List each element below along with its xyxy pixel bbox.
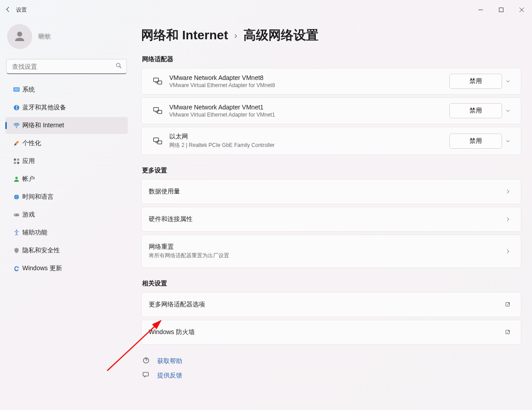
svg-point-10	[15, 177, 17, 179]
svg-rect-24	[143, 372, 148, 376]
row-title: 网络重置	[149, 243, 229, 251]
adapter-title: VMware Network Adapter VMnet8	[169, 74, 445, 81]
window-close-button[interactable]	[511, 0, 532, 20]
sidebar-item-label: 网络和 Internet	[22, 121, 64, 130]
gamepad-icon	[11, 211, 22, 218]
sidebar: 晓钦 系统 蓝牙和其他设备 网络和 Internet	[0, 20, 133, 410]
row-title: 数据使用量	[149, 188, 180, 196]
sidebar-item-gaming[interactable]: 游戏	[5, 206, 128, 223]
svg-point-1	[117, 63, 120, 67]
breadcrumb: 网络和 Internet › 高级网络设置	[141, 27, 521, 44]
row-title: Windows 防火墙	[149, 328, 195, 336]
get-help-link[interactable]: 获取帮助	[157, 357, 182, 365]
avatar	[7, 24, 32, 49]
row-hardware-props[interactable]: 硬件和连接属性	[141, 207, 521, 232]
row-windows-firewall[interactable]: Windows 防火墙	[141, 320, 521, 345]
section-related-title: 相关设置	[142, 280, 521, 288]
sidebar-item-label: 系统	[22, 86, 35, 94]
sidebar-item-update[interactable]: Windows 更新	[5, 260, 128, 277]
apps-icon	[11, 158, 22, 165]
sidebar-item-privacy[interactable]: 隐私和安全性	[5, 242, 128, 259]
window-title: 设置	[16, 6, 27, 14]
adapter-row[interactable]: 以太网 网络 2 | Realtek PCIe GbE Family Contr…	[141, 127, 521, 155]
network-adapter-icon	[149, 136, 167, 146]
system-icon	[11, 86, 22, 93]
chevron-right-icon	[502, 188, 514, 195]
wifi-icon	[11, 122, 22, 129]
sidebar-item-network[interactable]: 网络和 Internet	[5, 117, 128, 134]
svg-point-14	[16, 230, 17, 231]
sidebar-item-label: 辅助功能	[22, 229, 47, 237]
user-name: 晓钦	[38, 33, 51, 41]
section-more-title: 更多设置	[142, 167, 521, 175]
sidebar-item-label: Windows 更新	[22, 264, 62, 272]
sidebar-item-label: 游戏	[22, 211, 35, 219]
sidebar-item-apps[interactable]: 应用	[5, 153, 128, 170]
globe-icon	[11, 193, 22, 201]
content-area: 网络和 Internet › 高级网络设置 网络适配器 VMware Netwo…	[133, 20, 532, 410]
brush-icon	[11, 140, 22, 147]
adapter-row[interactable]: VMware Network Adapter VMnet1 VMware Vir…	[141, 97, 521, 124]
svg-point-13	[17, 214, 18, 215]
row-data-usage[interactable]: 数据使用量	[141, 179, 521, 204]
svg-rect-3	[14, 88, 19, 91]
window-minimize-button[interactable]	[470, 0, 491, 20]
search-input[interactable]	[6, 59, 127, 74]
help-row-get-help: 获取帮助	[141, 354, 521, 368]
accessibility-icon	[11, 229, 22, 236]
back-button[interactable]	[0, 6, 16, 14]
breadcrumb-parent[interactable]: 网络和 Internet	[141, 27, 228, 44]
svg-rect-22	[506, 330, 509, 334]
sidebar-item-label: 帐户	[22, 175, 35, 183]
network-adapter-icon	[149, 106, 167, 116]
chevron-right-icon	[502, 216, 514, 222]
chevron-down-icon[interactable]	[502, 108, 514, 114]
sidebar-item-system[interactable]: 系统	[5, 81, 128, 98]
disable-button[interactable]: 禁用	[449, 74, 502, 89]
section-adapters-title: 网络适配器	[142, 55, 521, 63]
row-network-reset[interactable]: 网络重置 将所有网络适配器重置为出厂设置	[141, 234, 521, 268]
adapter-subtitle: VMware Virtual Ethernet Adapter for VMne…	[169, 82, 445, 88]
feedback-link[interactable]: 提供反馈	[157, 372, 182, 380]
network-adapter-icon	[149, 76, 167, 86]
sidebar-item-time[interactable]: 时间和语言	[5, 188, 128, 205]
chevron-down-icon[interactable]	[502, 78, 514, 84]
open-external-icon	[502, 301, 514, 308]
sidebar-item-label: 蓝牙和其他设备	[22, 104, 66, 112]
sidebar-item-label: 个性化	[22, 139, 41, 147]
adapter-title: VMware Network Adapter VMnet1	[169, 104, 445, 111]
search-box[interactable]	[6, 59, 127, 74]
disable-button[interactable]: 禁用	[449, 103, 502, 118]
sidebar-item-accounts[interactable]: 帐户	[5, 171, 128, 188]
sidebar-item-accessibility[interactable]: 辅助功能	[5, 224, 128, 241]
title-bar: 设置	[0, 0, 532, 20]
sidebar-item-personalize[interactable]: 个性化	[5, 135, 128, 152]
svg-rect-21	[506, 302, 509, 306]
search-icon	[115, 62, 122, 71]
sidebar-item-bluetooth[interactable]: 蓝牙和其他设备	[5, 99, 128, 116]
svg-rect-9	[17, 162, 19, 164]
adapter-subtitle: 网络 2 | Realtek PCIe GbE Family Controlle…	[169, 142, 445, 149]
bluetooth-icon	[11, 104, 22, 111]
sidebar-item-label: 应用	[22, 157, 35, 165]
window-maximize-button[interactable]	[491, 0, 511, 20]
person-icon	[11, 176, 22, 183]
chevron-down-icon[interactable]	[502, 138, 514, 144]
adapter-row[interactable]: VMware Network Adapter VMnet8 VMware Vir…	[141, 68, 521, 95]
row-subtitle: 将所有网络适配器重置为出厂设置	[149, 252, 229, 259]
row-more-adapter-options[interactable]: 更多网络适配器选项	[141, 292, 521, 317]
open-external-icon	[502, 329, 514, 335]
sidebar-item-label: 隐私和安全性	[22, 247, 60, 255]
svg-point-5	[16, 127, 17, 128]
sidebar-item-label: 时间和语言	[22, 193, 54, 201]
help-icon	[142, 356, 150, 366]
chevron-right-icon: ›	[234, 30, 237, 41]
feedback-icon	[142, 371, 150, 381]
shield-icon	[11, 247, 22, 254]
account-block[interactable]: 晓钦	[5, 24, 128, 57]
update-icon	[11, 265, 22, 272]
help-row-feedback: 提供反馈	[141, 368, 521, 382]
svg-rect-8	[14, 162, 16, 164]
svg-rect-0	[499, 8, 503, 12]
disable-button[interactable]: 禁用	[449, 134, 502, 149]
